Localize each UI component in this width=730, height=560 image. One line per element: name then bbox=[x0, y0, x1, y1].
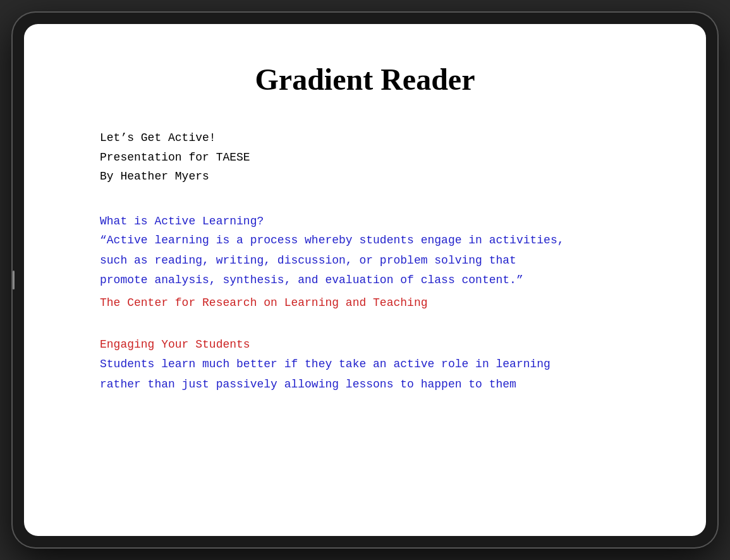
screen: Gradient Reader Let’s Get Active! Presen… bbox=[24, 24, 706, 536]
active-learning-quote: “Active learning is a process whereby st… bbox=[100, 231, 568, 291]
active-learning-section: What is Active Learning? “Active learnin… bbox=[100, 212, 568, 313]
active-learning-heading: What is Active Learning? bbox=[100, 212, 568, 231]
subtitle-line-2: Presentation for TAESE bbox=[100, 148, 568, 167]
engaging-section: Engaging Your Students Students learn mu… bbox=[100, 335, 568, 394]
page-title: Gradient Reader bbox=[75, 62, 655, 97]
device-frame: Gradient Reader Let’s Get Active! Presen… bbox=[13, 13, 717, 547]
subtitle-line-1: Let’s Get Active! bbox=[100, 128, 568, 148]
subtitle-line-3: By Heather Myers bbox=[100, 167, 568, 186]
side-button bbox=[13, 271, 15, 289]
engaging-body: Students learn much better if they take … bbox=[100, 355, 568, 394]
engaging-heading: Engaging Your Students bbox=[100, 335, 568, 355]
subtitle-block: Let’s Get Active! Presentation for TAESE… bbox=[100, 128, 568, 186]
content-area: Let’s Get Active! Presentation for TAESE… bbox=[100, 128, 568, 394]
attribution-text: The Center for Research on Learning and … bbox=[100, 293, 568, 313]
